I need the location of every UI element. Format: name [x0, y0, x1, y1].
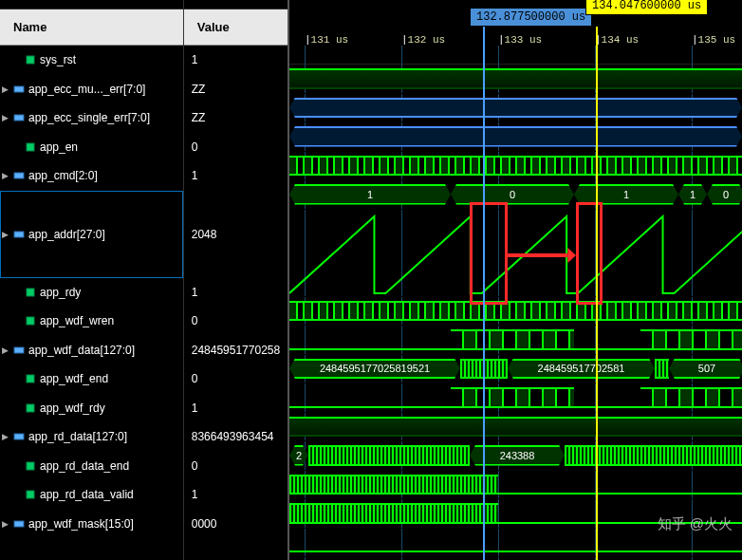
signal-row-app-rdy[interactable]: app_rdy: [0, 278, 183, 308]
svg-rect-9: [27, 375, 34, 383]
chevron-right-icon[interactable]: ▶: [2, 432, 11, 441]
svg-rect-4: [14, 173, 24, 178]
signal-label: app_en: [40, 140, 78, 154]
cursor-yellow[interactable]: [596, 27, 598, 560]
signal-value[interactable]: 24845951770258: [184, 336, 288, 365]
signal-value[interactable]: 0: [184, 364, 288, 394]
svg-rect-1: [14, 86, 24, 92]
chevron-right-icon[interactable]: ▶: [2, 84, 11, 94]
signal-row-app-rd-data-127-0-[interactable]: ▶app_rd_data[127:0]: [0, 422, 183, 452]
signal-row-app-wdf-rdy[interactable]: app_wdf_rdy: [0, 394, 183, 423]
chevron-right-icon[interactable]: ▶: [2, 113, 11, 122]
chevron-right-icon[interactable]: ▶: [2, 345, 11, 355]
bit-icon: [25, 315, 36, 327]
wave-row[interactable]: [289, 413, 742, 442]
time-ruler[interactable]: |131 us|132 us|133 us|134 us|135 us: [289, 34, 742, 65]
signal-value[interactable]: 1: [184, 46, 288, 75]
signal-label: app_ecc_single_err[7:0]: [28, 111, 150, 124]
signal-row-app-wdf-end[interactable]: app_wdf_end: [0, 364, 183, 394]
annotation-box: [470, 202, 508, 305]
signal-row-app-en[interactable]: app_en: [0, 133, 183, 162]
name-header[interactable]: Name: [0, 9, 183, 46]
annotation-arrow: [508, 246, 576, 265]
signal-label: app_wdf_wren: [40, 314, 114, 327]
app-root: Name sys_rst▶app_ecc_mu..._err[7:0]▶app_…: [0, 0, 742, 560]
ruler-tick: |133 us: [498, 34, 542, 46]
wave-row[interactable]: [289, 383, 742, 413]
wave-row[interactable]: 10110: [289, 180, 742, 210]
signal-value[interactable]: 0000: [184, 510, 288, 539]
signal-row-app-rd-data-end[interactable]: app_rd_data_end: [0, 452, 183, 481]
signal-label: app_ecc_mu..._err[7:0]: [28, 83, 145, 96]
signal-label: app_cmd[2:0]: [28, 169, 98, 182]
wave-row[interactable]: [289, 94, 742, 123]
signal-row-app-wdf-data-127-0-[interactable]: ▶app_wdf_data[127:0]: [0, 336, 183, 365]
wave-row[interactable]: [289, 152, 742, 181]
wave-row[interactable]: 2484595177025819521248459517702581507: [289, 355, 742, 384]
signal-row-app-cmd-2-0-[interactable]: ▶app_cmd[2:0]: [0, 161, 183, 191]
wave-row[interactable]: [289, 297, 742, 327]
ruler-tick: |132 us: [401, 34, 445, 46]
chevron-right-icon[interactable]: ▶: [2, 519, 11, 529]
signal-value[interactable]: 1: [184, 480, 288, 510]
signal-value[interactable]: 8366493963454: [184, 422, 288, 452]
wave-row[interactable]: 2243388: [289, 441, 742, 471]
signal-value[interactable]: ZZ: [184, 103, 288, 133]
signal-row-sys-rst[interactable]: sys_rst: [0, 46, 183, 75]
svg-rect-2: [14, 115, 24, 121]
wave-row[interactable]: [289, 122, 742, 152]
signal-label: sys_rst: [40, 53, 76, 66]
wave-row[interactable]: [289, 210, 742, 297]
signal-row-app-wdf-mask-15-0-[interactable]: ▶app_wdf_mask[15:0]: [0, 510, 183, 539]
wave-row[interactable]: [289, 471, 742, 500]
bit-icon: [25, 287, 36, 298]
bit-icon: [25, 402, 36, 414]
svg-rect-10: [27, 404, 34, 412]
bus-icon: [13, 112, 25, 123]
signal-row-app-rd-data-valid[interactable]: app_rd_data_valid: [0, 480, 183, 510]
signal-label: app_rd_data[127:0]: [28, 430, 127, 443]
signal-label: app_wdf_end: [40, 372, 108, 385]
svg-rect-3: [27, 143, 34, 151]
signal-label: app_rdy: [40, 286, 81, 299]
cursor-yellow-label[interactable]: 134.047600000 us: [585, 0, 708, 15]
ruler-tick: |135 us: [692, 34, 735, 46]
signal-value[interactable]: 1: [184, 161, 288, 191]
chevron-right-icon[interactable]: ▶: [2, 230, 11, 239]
ruler-tick: |134 us: [595, 34, 639, 46]
signal-label: app_rd_data_end: [40, 459, 129, 473]
signal-value[interactable]: 0: [184, 307, 288, 336]
signal-value[interactable]: 1: [184, 278, 288, 308]
signal-value[interactable]: 1: [184, 394, 288, 423]
bus-icon: [13, 170, 25, 181]
waveform-rows: 1011024845951770258195212484595177025815…: [289, 65, 742, 557]
annotation-box: [576, 202, 603, 305]
svg-marker-16: [567, 248, 576, 263]
signal-label: app_wdf_mask[15:0]: [28, 517, 134, 531]
wave-row[interactable]: [289, 65, 742, 94]
signal-row-app-addr-27-0-[interactable]: ▶app_addr[27:0]: [0, 191, 183, 278]
svg-rect-14: [14, 521, 24, 527]
signal-value[interactable]: 0: [184, 452, 288, 481]
wave-row[interactable]: [289, 326, 742, 355]
cursor-blue-label[interactable]: 132.877500000 us: [470, 8, 592, 27]
bus-icon: [13, 345, 25, 356]
signal-row-app-ecc-mu----err-7-0-[interactable]: ▶app_ecc_mu..._err[7:0]: [0, 75, 183, 104]
chevron-right-icon[interactable]: ▶: [2, 171, 11, 180]
waveform-panel[interactable]: 132.877500000 us 134.047600000 us |131 u…: [289, 0, 742, 560]
signal-value[interactable]: 2048: [184, 191, 288, 278]
signal-value[interactable]: ZZ: [184, 75, 288, 104]
cursor-blue[interactable]: [483, 27, 485, 560]
left-panel: Name sys_rst▶app_ecc_mu..._err[7:0]▶app_…: [0, 0, 289, 560]
value-header[interactable]: Value: [184, 9, 288, 46]
svg-rect-11: [14, 434, 24, 439]
bit-icon: [25, 489, 36, 500]
signal-value[interactable]: 0: [184, 133, 288, 162]
value-column: Value 1ZZZZ01204810248459517702580183664…: [184, 0, 288, 560]
signal-label: app_addr[27:0]: [28, 228, 105, 241]
signal-row-app-wdf-wren[interactable]: app_wdf_wren: [0, 307, 183, 336]
ruler-tick: |131 us: [305, 34, 348, 46]
watermark: 知乎 @火火: [658, 515, 733, 533]
signal-row-app-ecc-single-err-7-0-[interactable]: ▶app_ecc_single_err[7:0]: [0, 103, 183, 133]
svg-rect-13: [27, 491, 34, 498]
